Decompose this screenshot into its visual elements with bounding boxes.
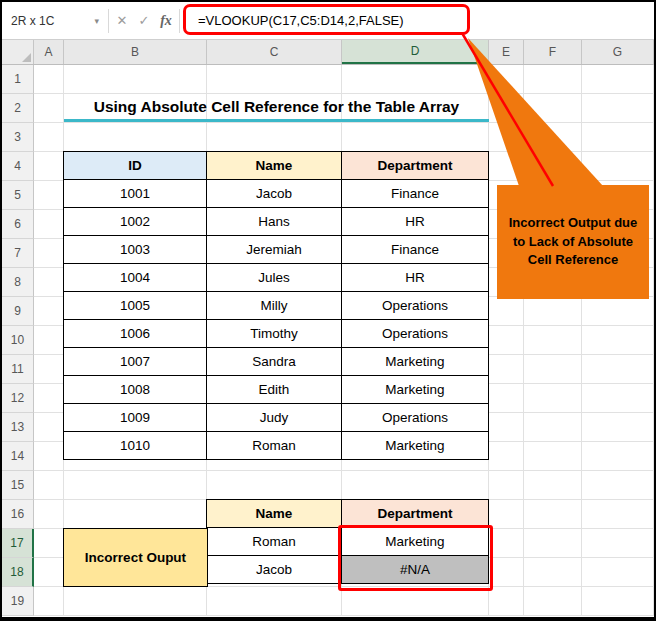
cell-G12[interactable] — [582, 384, 654, 413]
cell-F13[interactable] — [524, 413, 582, 442]
cell-F16[interactable] — [524, 500, 582, 529]
table-header-cell[interactable]: Department — [342, 500, 489, 528]
row-header-13[interactable]: 13 — [2, 413, 34, 442]
row-header-15[interactable]: 15 — [2, 471, 34, 500]
name-box-dropdown-icon[interactable]: ▾ — [94, 16, 99, 26]
table-cell[interactable]: #N/A — [342, 556, 489, 584]
cell-E15[interactable] — [489, 471, 524, 500]
cell-B1[interactable] — [64, 65, 207, 94]
cell-E17[interactable] — [489, 529, 524, 558]
cell-B19[interactable] — [64, 587, 207, 616]
table-cell[interactable]: Operations — [342, 404, 489, 432]
table-cell[interactable]: Marketing — [342, 528, 489, 556]
enter-icon[interactable]: ✓ — [133, 13, 155, 28]
cell-E11[interactable] — [489, 355, 524, 384]
cell-A14[interactable] — [34, 442, 64, 471]
cell-A11[interactable] — [34, 355, 64, 384]
cell-A9[interactable] — [34, 297, 64, 326]
table-cell[interactable]: Marketing — [342, 376, 489, 404]
cell-A1[interactable] — [34, 65, 64, 94]
cell-E1[interactable] — [489, 65, 524, 94]
cell-D19[interactable] — [342, 587, 489, 616]
cell-G18[interactable] — [582, 558, 654, 587]
cell-F17[interactable] — [524, 529, 582, 558]
cell-F9[interactable] — [524, 297, 582, 326]
cell-F19[interactable] — [524, 587, 582, 616]
table-cell[interactable]: 1009 — [64, 404, 207, 432]
row-header-4[interactable]: 4 — [2, 152, 34, 181]
cell-A15[interactable] — [34, 471, 64, 500]
cell-G10[interactable] — [582, 326, 654, 355]
row-header-18[interactable]: 18 — [2, 558, 34, 587]
cell-A18[interactable] — [34, 558, 64, 587]
cell-F3[interactable] — [524, 123, 582, 152]
cell-E13[interactable] — [489, 413, 524, 442]
table-cell[interactable]: HR — [342, 208, 489, 236]
table-cell[interactable]: Jeremiah — [207, 236, 342, 264]
table-cell[interactable]: Sandra — [207, 348, 342, 376]
name-box[interactable]: 2R x 1C ▾ — [2, 2, 106, 39]
cell-F10[interactable] — [524, 326, 582, 355]
table-cell[interactable]: Marketing — [342, 432, 489, 460]
cell-G11[interactable] — [582, 355, 654, 384]
cell-A8[interactable] — [34, 268, 64, 297]
column-header-C[interactable]: C — [207, 40, 342, 64]
cell-E12[interactable] — [489, 384, 524, 413]
callout-box[interactable]: Incorrect Output due to Lack of Absolute… — [497, 185, 649, 299]
cell-G16[interactable] — [582, 500, 654, 529]
cell-A3[interactable] — [34, 123, 64, 152]
row-header-14[interactable]: 14 — [2, 442, 34, 471]
table-cell[interactable]: Roman — [207, 528, 342, 556]
cell-G9[interactable] — [582, 297, 654, 326]
row-header-8[interactable]: 8 — [2, 268, 34, 297]
insert-function-icon[interactable]: fx — [155, 13, 177, 29]
cell-G3[interactable] — [582, 123, 654, 152]
row-header-17[interactable]: 17 — [2, 529, 34, 558]
column-header-B[interactable]: B — [64, 40, 207, 64]
cell-B16[interactable] — [64, 500, 207, 529]
cell-B15[interactable] — [64, 471, 207, 500]
result-label-cell[interactable]: Incorrect Ouput — [63, 528, 208, 587]
cell-A2[interactable] — [34, 94, 64, 123]
row-header-9[interactable]: 9 — [2, 297, 34, 326]
column-header-E[interactable]: E — [489, 40, 524, 64]
cell-F11[interactable] — [524, 355, 582, 384]
row-header-19[interactable]: 19 — [2, 587, 34, 616]
cell-A16[interactable] — [34, 500, 64, 529]
cell-A4[interactable] — [34, 152, 64, 181]
cell-D15[interactable] — [342, 471, 489, 500]
table-cell[interactable]: 1001 — [64, 180, 207, 208]
table-header-cell[interactable]: Name — [207, 500, 342, 528]
column-header-F[interactable]: F — [524, 40, 582, 64]
cell-E14[interactable] — [489, 442, 524, 471]
cell-C3[interactable] — [207, 123, 342, 152]
cell-A13[interactable] — [34, 413, 64, 442]
table-header-cell[interactable]: Department — [342, 152, 489, 180]
row-header-11[interactable]: 11 — [2, 355, 34, 384]
cell-F18[interactable] — [524, 558, 582, 587]
table-cell[interactable]: Jules — [207, 264, 342, 292]
cell-E2[interactable] — [489, 94, 524, 123]
table-cell[interactable]: 1007 — [64, 348, 207, 376]
row-header-7[interactable]: 7 — [2, 239, 34, 268]
row-header-10[interactable]: 10 — [2, 326, 34, 355]
cell-E4[interactable] — [489, 152, 524, 181]
table-cell[interactable]: Hans — [207, 208, 342, 236]
table-cell[interactable]: 1010 — [64, 432, 207, 460]
row-header-5[interactable]: 5 — [2, 181, 34, 210]
cell-F1[interactable] — [524, 65, 582, 94]
cell-F12[interactable] — [524, 384, 582, 413]
cell-G1[interactable] — [582, 65, 654, 94]
table-cell[interactable]: 1005 — [64, 292, 207, 320]
row-header-2[interactable]: 2 — [2, 94, 34, 123]
table-cell[interactable]: Marketing — [342, 348, 489, 376]
cell-A5[interactable] — [34, 181, 64, 210]
cell-F2[interactable] — [524, 94, 582, 123]
table-cell[interactable]: Operations — [342, 320, 489, 348]
table-cell[interactable]: Milly — [207, 292, 342, 320]
cell-F15[interactable] — [524, 471, 582, 500]
table-cell[interactable]: Finance — [342, 180, 489, 208]
row-header-12[interactable]: 12 — [2, 384, 34, 413]
cell-D1[interactable] — [342, 65, 489, 94]
column-header-A[interactable]: A — [34, 40, 64, 64]
